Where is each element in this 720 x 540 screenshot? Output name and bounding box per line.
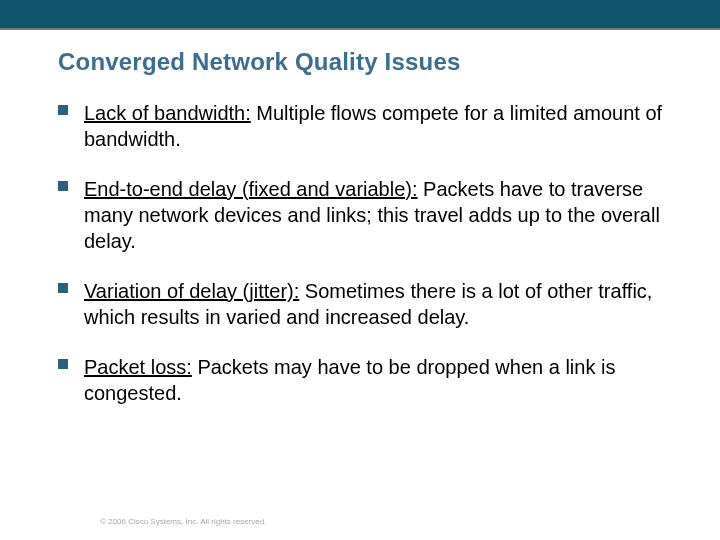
bullet-term: Lack of bandwidth: — [84, 102, 251, 124]
slide-title: Converged Network Quality Issues — [58, 48, 670, 76]
bullet-term: End-to-end delay (fixed and variable): — [84, 178, 418, 200]
bullet-term: Packet loss: — [84, 356, 192, 378]
list-item: End-to-end delay (fixed and variable): P… — [58, 176, 670, 254]
list-item: Lack of bandwidth: Multiple flows compet… — [58, 100, 670, 152]
copyright-footer: © 2006 Cisco Systems, Inc. All rights re… — [100, 517, 266, 526]
square-bullet-icon — [58, 105, 68, 115]
square-bullet-icon — [58, 359, 68, 369]
square-bullet-icon — [58, 283, 68, 293]
square-bullet-icon — [58, 181, 68, 191]
bullet-list: Lack of bandwidth: Multiple flows compet… — [58, 100, 670, 406]
slide-content: Converged Network Quality Issues Lack of… — [0, 30, 720, 406]
list-item: Variation of delay (jitter): Sometimes t… — [58, 278, 670, 330]
list-item: Packet loss: Packets may have to be drop… — [58, 354, 670, 406]
top-bar — [0, 0, 720, 28]
bullet-term: Variation of delay (jitter): — [84, 280, 299, 302]
